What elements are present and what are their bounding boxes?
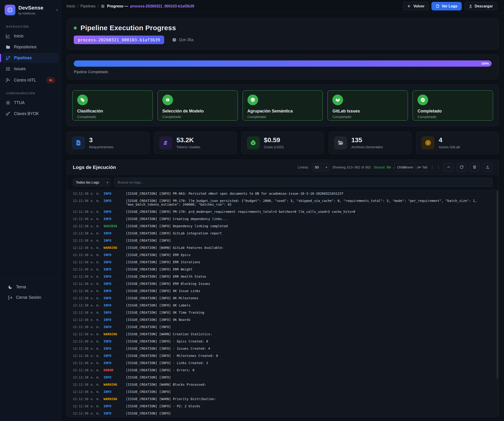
stage-title: Selección de Modelo: [162, 109, 233, 114]
page-title: Pipeline Execution Progress: [80, 24, 176, 32]
back-button[interactable]: Volver: [403, 2, 429, 11]
sidebar-item-issues[interactable]: Issues: [2, 64, 58, 74]
stat-costo: $ $0.59 Costo (USD): [241, 132, 324, 154]
log-pager: ← Older Newer → ≫ Tail: [394, 163, 427, 172]
log-level: INFO: [103, 361, 126, 365]
duration-value: 11m 35s: [179, 38, 193, 42]
money-bag-icon: $: [247, 136, 260, 149]
log-message: [ISSUE_CREATION] [INFO] Creating depende…: [126, 217, 493, 221]
log-time: 12:12:38 a. m.: [73, 311, 103, 314]
log-level: INFO: [103, 325, 126, 329]
download-button[interactable]: Descargar: [464, 2, 497, 11]
logs-title: Logs de Ejecución: [73, 164, 116, 170]
trash-icon: [473, 165, 477, 169]
folder-open-icon: [334, 136, 347, 149]
log-message: [ISSUE_CREATION] [INFO] - P2: 2 blocks: [126, 404, 493, 408]
tail-button[interactable]: ≫ Tail: [417, 163, 427, 172]
gitlab-icon: [332, 94, 343, 105]
clear-logs-button[interactable]: [469, 163, 480, 172]
download-logs-button[interactable]: [482, 163, 493, 172]
log-message: [ISSUE_CREATION] [INFO] OK Milestones: [126, 296, 493, 300]
log-row: 12:12:38 a. m. INFO [ISSUE_CREATION] [IN…: [67, 316, 499, 323]
log-message: [ISSUE_CREATION] [INFO] ERR Blocking Iss…: [126, 282, 493, 286]
key-icon: [6, 111, 11, 116]
log-row: 12:12:38 a. m. SUCCESS [ISSUE_CREATION] …: [67, 222, 499, 230]
file-text-icon: [72, 136, 85, 149]
stage-title: GitLab Issues: [332, 109, 403, 114]
brand-subtitle: by Intellicore: [18, 12, 43, 15]
log-list: 12:12:38 a. m. INFO [ISSUE_CREATION] [IN…: [67, 190, 499, 417]
log-time: 12:12:38 a. m.: [73, 375, 103, 379]
log-message: [ISSUE_CREATION] [INFO] PR-170: prd_mode…: [126, 210, 493, 214]
breadcrumb: Inicio / Pipelines / Progreso — process-…: [66, 4, 194, 8]
log-row: 12:12:38 a. m. INFO [ISSUE_CREATION] [IN…: [67, 323, 499, 331]
log-time: 12:12:38 a. m.: [73, 289, 103, 293]
hitl-count-badge: 95: [46, 77, 55, 83]
config-section-label: CONFIGURACIÓN: [0, 86, 61, 97]
breadcrumb-process-link[interactable]: process-20260321_000103-b1af3b39: [130, 4, 194, 8]
log-row: 12:12:38 a. m. INFO [ISSUE_CREATION] [IN…: [67, 410, 499, 417]
log-row: 12:12:38 a. m. INFO [ISSUE_CREATION] [IN…: [67, 280, 499, 287]
log-level: INFO: [103, 390, 126, 394]
breadcrumb-pipelines[interactable]: Pipelines: [80, 4, 96, 8]
log-level: INFO: [103, 260, 126, 264]
log-message: [ISSUE_CREATION] [INFO] OK Issue Links: [126, 289, 493, 293]
log-row: 12:12:38 a. m. INFO [ISSUE_CREATION] [IN…: [67, 215, 499, 222]
log-time: 12:12:38 a. m.: [73, 267, 103, 271]
older-button[interactable]: ← Older: [394, 163, 404, 172]
log-time: 12:12:38 a. m.: [73, 192, 103, 195]
sidebar-item-ttua[interactable]: TTUA: [2, 98, 58, 108]
log-message: [ISSUE_CREATION] [INFO] OK Labels: [126, 304, 493, 307]
log-message: [ISSUE_CREATION] [INFO] ERR Weight: [126, 267, 493, 271]
log-time: 12:12:38 a. m.: [73, 253, 103, 257]
content: Pipeline Execution Progress process-2026…: [61, 12, 504, 421]
stat-value: 3: [89, 137, 114, 143]
log-message: [ISSUE_CREATION] [INFO] - Links Created:…: [126, 361, 493, 365]
log-row: 12:12:38 a. m. INFO [ISSUE_CREATION] [IN…: [67, 287, 499, 295]
sidebar-item-centro-hitl[interactable]: Centro HITL 95: [2, 75, 58, 86]
log-level: INFO: [103, 231, 126, 235]
download-tray-icon: [486, 165, 490, 169]
logout-button[interactable]: Cerrar Sesión: [5, 292, 56, 303]
logs-panel: Logs de Ejecución Líneas: 50 Showing 313…: [66, 160, 499, 417]
refresh-button[interactable]: [456, 163, 467, 172]
newer-button[interactable]: Newer →: [406, 163, 416, 172]
stat-archivos: 135 Archivos Generados: [329, 132, 411, 154]
chart-line-icon: [6, 34, 11, 39]
log-row: 12:12:38 a. m. WARNING [ISSUE_CREATION] …: [67, 395, 499, 403]
scroll-top-button[interactable]: [443, 163, 454, 172]
log-search-input[interactable]: [114, 178, 493, 187]
log-row: 12:12:38 a. m. INFO [ISSUE_CREATION] [IN…: [67, 295, 499, 302]
logout-label: Cerrar Sesión: [16, 295, 41, 300]
log-message: [ISSUE_CREATION] [INFO] - Epics Created:…: [126, 339, 493, 343]
log-time: 12:12:38 a. m.: [73, 260, 103, 264]
log-scrollbar[interactable]: [497, 191, 498, 379]
sidebar-item-label: Issues: [14, 66, 26, 71]
sidebar-item-label: Claves BYOK: [14, 111, 39, 116]
log-time: 12:12:38 a. m.: [73, 404, 103, 408]
sidebar-item-inicio[interactable]: Inicio: [2, 31, 58, 41]
check-circle-icon: [418, 94, 428, 105]
stat-value: 53.2K: [177, 137, 200, 143]
theme-toggle[interactable]: Tema: [5, 282, 56, 292]
log-level-filter[interactable]: Todos los Logs: [73, 178, 110, 186]
stat-label: Requerimientos: [89, 145, 114, 149]
view-logs-button[interactable]: Ver Logs: [432, 2, 462, 11]
lines-select[interactable]: 50: [312, 163, 330, 171]
download-icon: [469, 4, 473, 8]
log-level: INFO: [103, 296, 126, 300]
breadcrumb-inicio[interactable]: Inicio: [66, 4, 75, 8]
log-message: [ISSUE_CREATION] [INFO] - Issues Created…: [126, 347, 493, 350]
sidebar-item-repositorios[interactable]: Repositorios: [2, 42, 58, 52]
log-level: INFO: [103, 239, 126, 242]
sidebar-item-pipelines[interactable]: Pipelines: [2, 53, 58, 63]
log-level: INFO: [103, 217, 126, 221]
log-level: INFO: [103, 199, 126, 203]
log-message: [ISSUE_CREATION] [INFO]: [126, 325, 493, 329]
sidebar-collapse-button[interactable]: ‹: [56, 7, 58, 12]
sidebar-item-claves-byok[interactable]: Claves BYOK: [2, 109, 58, 119]
sidebar-footer: Tema Cerrar Sesión: [0, 278, 61, 308]
brand-name: DevSense: [18, 5, 43, 11]
log-row: 12:12:38 a. m. INFO [ISSUE_CREATION] [IN…: [67, 309, 499, 316]
log-row: 12:12:38 a. m. INFO [ISSUE_CREATION] [IN…: [67, 352, 499, 359]
